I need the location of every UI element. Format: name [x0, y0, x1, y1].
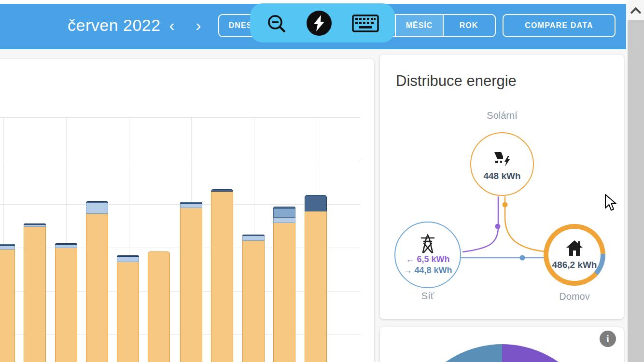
bar-segment-orange[interactable] — [305, 211, 327, 362]
power-tower-icon — [418, 234, 437, 254]
pie-chart[interactable] — [404, 344, 600, 362]
zoom-out-icon[interactable] — [266, 13, 287, 34]
range-button-rok[interactable]: ROK — [443, 15, 495, 36]
bar-segment-navy[interactable] — [305, 195, 327, 211]
flow-line-grid — [462, 196, 498, 252]
energy-distribution-card: Distribuce energie Solární 448 kWh — [380, 55, 624, 319]
keyboard-icon[interactable] — [351, 13, 379, 34]
next-period-button[interactable]: › — [190, 4, 207, 46]
bar-segment-orange[interactable] — [117, 262, 139, 362]
chevron-up-icon — [630, 7, 642, 18]
home-value: 486,2 kWh — [552, 260, 597, 270]
bar-segment-orange[interactable] — [24, 227, 46, 362]
remote-desktop-icon[interactable] — [306, 10, 332, 36]
flow-dot-blue — [520, 255, 525, 261]
grid-to-grid-value: ← 6,5 kWh — [406, 254, 449, 265]
compare-data-button[interactable]: COMPARE DATA — [503, 14, 616, 37]
flow-line-solar — [505, 196, 544, 251]
bar-segment-lightblue[interactable] — [180, 204, 202, 208]
flow-dot-purple — [495, 224, 501, 229]
bar-segment-orange[interactable] — [211, 192, 233, 362]
bar-segment-orange[interactable] — [273, 223, 295, 362]
bar-segment-orange[interactable] — [148, 251, 170, 362]
range-button-mesic[interactable]: MĚSÍC — [395, 15, 444, 36]
grid-from-grid-value: → 44,8 kWh — [403, 265, 452, 276]
vertical-scrollbar — [628, 0, 644, 362]
scrollbar-thumb[interactable] — [628, 20, 644, 362]
bar-segment-orange[interactable] — [55, 248, 77, 362]
period-label: červen 2022 — [68, 4, 161, 46]
bar-segment-orange[interactable] — [180, 208, 202, 362]
home-icon — [565, 239, 584, 258]
bar-segment-orange[interactable] — [0, 250, 15, 362]
info-icon[interactable]: i — [600, 331, 616, 347]
flow-dot-orange — [503, 202, 508, 208]
bar-segment-medblue[interactable] — [273, 209, 295, 218]
screen: červen 2022 ‹ › DNES MĚSÍC ROK COMPARE D… — [0, 0, 644, 362]
bar-segment-lightblue[interactable] — [0, 246, 15, 250]
bar-segment-lightblue[interactable] — [117, 257, 139, 262]
bar-segment-orange[interactable] — [242, 241, 265, 362]
solar-panel-icon — [491, 147, 513, 169]
bar-segment-lightblue[interactable] — [86, 203, 108, 214]
bar-segment-orange[interactable] — [86, 214, 108, 362]
bar-segment-lightblue[interactable] — [273, 218, 295, 223]
bar-segment-lightblue[interactable] — [242, 236, 265, 241]
previous-period-button[interactable]: ‹ — [163, 4, 181, 46]
remote-session-toolbar — [250, 3, 395, 42]
solar-node-circle: 448 kWh — [470, 132, 534, 196]
bar-segment-lightblue[interactable] — [55, 245, 77, 248]
scroll-up-button[interactable] — [628, 3, 644, 19]
sources-pie-card: i — [380, 327, 624, 362]
grid-node-circle: ← 6,5 kWh → 44,8 kWh — [394, 222, 461, 288]
solar-value: 448 kWh — [483, 171, 520, 181]
home-node-circle: 486,2 kWh — [544, 224, 605, 286]
